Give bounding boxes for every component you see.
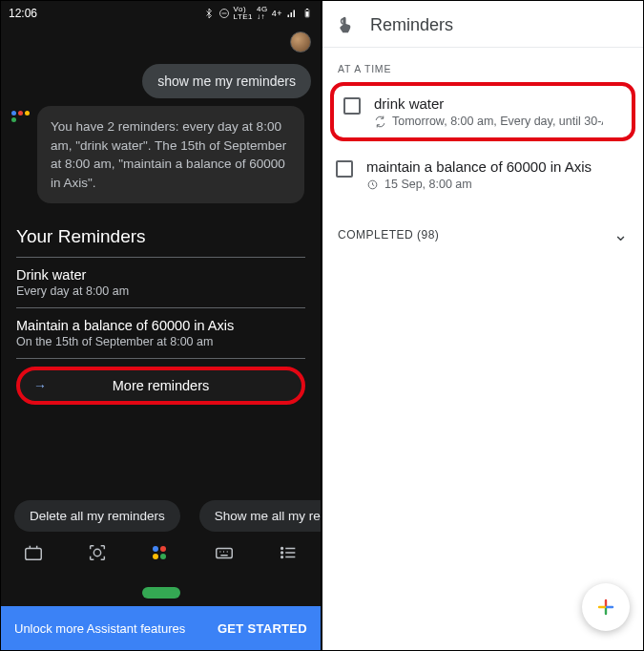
- plus-icon: [594, 596, 617, 619]
- reminder-finger-icon: [336, 14, 357, 35]
- checkbox[interactable]: [343, 97, 361, 115]
- page-title: Reminders: [370, 15, 453, 35]
- divider: [16, 307, 305, 308]
- divider: [16, 358, 305, 359]
- repeat-icon: [374, 116, 386, 128]
- more-reminders-button[interactable]: → More reminders: [16, 367, 305, 405]
- arrow-right-icon: →: [33, 378, 47, 393]
- keyboard-icon[interactable]: [211, 541, 238, 564]
- reminder-title: Drink water: [16, 267, 305, 283]
- reminder-subtitle: Every day at 8:00 am: [16, 284, 305, 298]
- svg-point-5: [93, 550, 100, 556]
- status-bar: 12:06 Vo)LTE1 4G↓↑ 4+: [1, 1, 321, 26]
- promo-banner[interactable]: Unlock more Assistant features GET START…: [1, 606, 321, 650]
- reminders-app-screen: Reminders AT A TIME drink water Tomorrow…: [322, 1, 643, 650]
- checkbox[interactable]: [336, 160, 353, 178]
- svg-point-7: [281, 548, 283, 550]
- section-label: AT A TIME: [322, 48, 643, 82]
- svg-point-9: [281, 556, 283, 558]
- more-reminders-label: More reminders: [113, 378, 210, 393]
- completed-label: COMPLETED (98): [338, 228, 439, 242]
- reminder-subtitle: On the 15th of September at 8:00 am: [16, 335, 305, 348]
- reminder-title: maintain a balance of 60000 in Axis: [366, 158, 592, 175]
- reminder-title: Maintain a balance of 60000 in Axis: [16, 318, 305, 333]
- call-pill-icon[interactable]: [142, 587, 180, 598]
- chevron-down-icon: ⌄: [613, 224, 629, 245]
- lens-icon[interactable]: [84, 541, 111, 564]
- assistant-toolbar: [1, 532, 321, 572]
- reminder-subtitle: 15 Sep, 8:00 am: [384, 178, 472, 191]
- reminder-subtitle: Tomorrow, 8:00 am, Every day, until 30-A…: [392, 115, 603, 128]
- chat-area: show me my reminders You have 2 reminder…: [1, 26, 321, 213]
- dnd-icon: [218, 8, 230, 19]
- completed-section-toggle[interactable]: COMPLETED (98) ⌄: [322, 208, 643, 261]
- assistant-icon[interactable]: [148, 541, 175, 564]
- svg-rect-3: [306, 11, 309, 17]
- svg-rect-6: [217, 549, 233, 558]
- reminder-item[interactable]: Drink water Every day at 8:00 am: [16, 265, 305, 307]
- battery-icon: [301, 8, 313, 19]
- svg-rect-4: [26, 549, 42, 560]
- avatar[interactable]: [290, 32, 311, 52]
- reminders-header: Reminders: [322, 1, 643, 48]
- svg-rect-2: [306, 9, 308, 10]
- reminder-row-balance[interactable]: maintain a balance of 60000 in Axis 15 S…: [322, 147, 643, 202]
- card-title: Your Reminders: [16, 220, 305, 257]
- status-time: 12:06: [9, 7, 37, 20]
- reminder-row-drink-water[interactable]: drink water Tomorrow, 8:00 am, Every day…: [330, 82, 635, 141]
- promo-cta-button[interactable]: GET STARTED: [218, 621, 307, 636]
- chip-delete-reminders[interactable]: Delete all my reminders: [14, 500, 180, 532]
- status-indicators: Vo)LTE1 4G↓↑ 4+: [203, 6, 313, 21]
- user-message: show me my reminders: [142, 64, 311, 98]
- assistant-logo-icon: [10, 110, 31, 123]
- divider: [16, 257, 305, 258]
- reminder-title: drink water: [374, 95, 603, 112]
- svg-point-8: [281, 552, 283, 554]
- suggestion-chips: Delete all my reminders Show me all my r…: [1, 500, 321, 532]
- assistant-screen: 12:06 Vo)LTE1 4G↓↑ 4+ show me my reminde…: [1, 1, 322, 650]
- reminder-item[interactable]: Maintain a balance of 60000 in Axis On t…: [16, 316, 305, 358]
- signal-icon: [286, 8, 298, 19]
- assistant-message: You have 2 reminders: every day at 8:00 …: [37, 106, 304, 203]
- clock-icon: [366, 178, 379, 191]
- explore-icon[interactable]: [20, 541, 47, 564]
- add-reminder-fab[interactable]: [582, 583, 630, 631]
- reminders-card: Your Reminders Drink water Every day at …: [10, 213, 311, 414]
- promo-text: Unlock more Assistant features: [14, 621, 185, 636]
- list-icon[interactable]: [275, 541, 301, 564]
- chip-show-reminders[interactable]: Show me all my rem: [199, 500, 321, 532]
- bluetooth-icon: [203, 8, 215, 19]
